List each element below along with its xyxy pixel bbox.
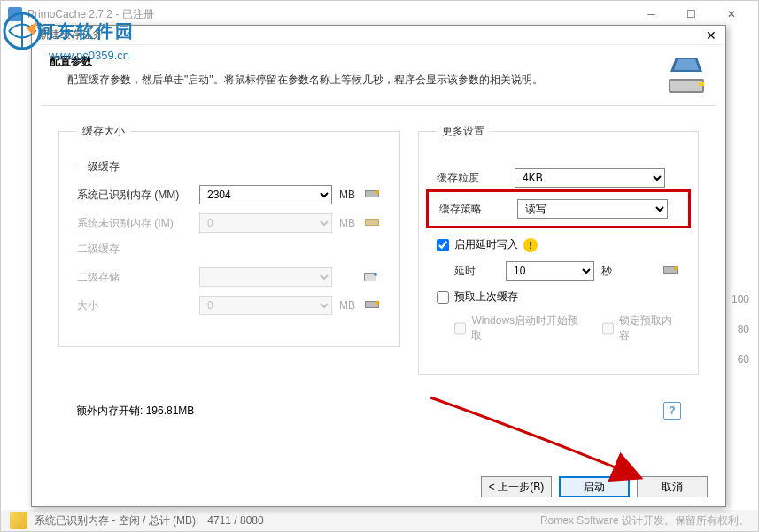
status-text: 系统已识别内存 - 空闲 / 总计 (MB): [35, 513, 198, 528]
dialog-close-button[interactable]: ✕ [704, 28, 718, 42]
warning-icon[interactable]: ! [523, 238, 538, 252]
prefetch-label: 预取上次缓存 [454, 289, 518, 305]
dialog-header-title: 配置参数 [50, 54, 665, 69]
main-title: PrimoCache 2.7.2 - 已注册 [27, 7, 631, 22]
delay-label: 延时 [437, 264, 499, 279]
more-settings-legend: 更多设置 [437, 124, 490, 139]
sys-mem-label: 系统已识别内存 (MM) [77, 188, 192, 203]
svg-rect-2 [670, 81, 702, 91]
bg-scale: 100 80 60 [732, 293, 749, 366]
l1-cache-label: 一级缓存 [77, 159, 382, 174]
prefetch-boot-label: Windows启动时开始预取 [471, 313, 584, 343]
defer-write-checkbox[interactable] [437, 239, 449, 251]
l2-size-label: 大小 [77, 298, 192, 313]
extra-mem-label: 额外内存开销: 196.81MB [76, 404, 194, 419]
prefetch-lock-checkbox [602, 322, 614, 335]
status-values: 4711 / 8080 [207, 514, 263, 527]
main-titlebar: PrimoCache 2.7.2 - 已注册 ─ ☐ ✕ [1, 1, 758, 27]
cache-task-icon [665, 54, 708, 96]
dialog-footer: < 上一步(B) 启动 取消 [481, 476, 708, 497]
cache-size-group: 缓存大小 一级缓存 系统已识别内存 (MM) 2304 MB 系统未识别内存 [58, 124, 400, 347]
minimize-button[interactable]: ─ [631, 2, 671, 27]
strategy-highlight: 缓存策略 读写 [426, 189, 691, 228]
defer-write-label: 启用延时写入 [454, 237, 518, 252]
l2-storage-config-icon[interactable] [360, 267, 380, 287]
unrec-mem-unit: MB [339, 217, 355, 229]
l2-size-config-icon[interactable] [362, 296, 382, 315]
svg-rect-3 [699, 82, 704, 86]
l2-storage-label: 二级存储 [77, 270, 192, 285]
sys-mem-select[interactable]: 2304 [199, 185, 332, 204]
svg-rect-8 [366, 220, 378, 225]
l2-storage-select [199, 267, 332, 287]
dialog-header: 配置参数 配置缓存参数，然后单击"启动"。将鼠标停留在参数名称上等候几秒，程序会… [32, 45, 725, 105]
status-bar: 系统已识别内存 - 空闲 / 总计 (MB): 4711 / 8080 Rome… [1, 510, 758, 531]
svg-point-14 [376, 301, 379, 305]
new-cache-dialog: 新建缓存任务 ✕ 配置参数 配置缓存参数，然后单击"启动"。将鼠标停留在参数名称… [31, 25, 726, 507]
status-icon [10, 512, 27, 529]
svg-point-17 [674, 266, 678, 270]
strategy-select[interactable]: 读写 [517, 199, 668, 219]
prefetch-checkbox[interactable] [437, 291, 449, 304]
start-button[interactable]: 启动 [559, 476, 630, 497]
delay-unit: 秒 [601, 264, 612, 279]
app-icon [8, 7, 22, 21]
block-size-select[interactable]: 4KB [515, 168, 665, 188]
svg-point-6 [376, 190, 379, 194]
svg-point-11 [374, 273, 377, 276]
strategy-label: 缓存策略 [439, 202, 510, 217]
dialog-titlebar: 新建缓存任务 ✕ [32, 26, 725, 45]
prefetch-boot-checkbox [454, 322, 466, 335]
l2-cache-label: 二级缓存 [77, 242, 382, 257]
back-button[interactable]: < 上一步(B) [481, 476, 552, 497]
dialog-title: 新建缓存任务 [39, 27, 704, 42]
delay-select[interactable]: 10 [506, 261, 594, 281]
cancel-button[interactable]: 取消 [637, 476, 708, 497]
more-settings-group: 更多设置 缓存粒度 4KB 缓存策略 读写 [418, 124, 699, 375]
l2-size-select: 0 [199, 296, 332, 315]
maximize-button[interactable]: ☐ [671, 2, 711, 27]
sys-mem-unit: MB [339, 189, 355, 201]
close-button[interactable]: ✕ [711, 2, 751, 27]
l2-size-unit: MB [339, 299, 355, 312]
copyright-text: Romex Software 设计开发。保留所有权利。 [540, 513, 749, 528]
unrec-mem-select: 0 [199, 213, 332, 233]
sys-mem-config-icon[interactable] [362, 185, 382, 204]
prefetch-lock-label: 锁定预取内容 [619, 313, 680, 343]
unrec-mem-config-icon[interactable] [362, 213, 382, 233]
delay-config-icon[interactable] [661, 261, 680, 281]
block-size-label: 缓存粒度 [437, 171, 507, 186]
dialog-header-desc: 配置缓存参数，然后单击"启动"。将鼠标停留在参数名称上等候几秒，程序会显示该参数… [67, 73, 665, 88]
cache-size-legend: 缓存大小 [77, 124, 130, 139]
help-icon[interactable]: ? [663, 402, 681, 420]
unrec-mem-label: 系统未识别内存 (IM) [77, 216, 192, 231]
